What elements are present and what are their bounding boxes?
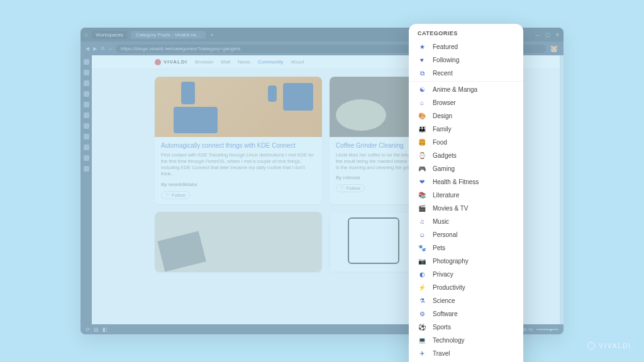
zoom-slider[interactable]: ━━━━●━━ bbox=[536, 327, 558, 332]
category-literature[interactable]: 📚Literature bbox=[409, 189, 523, 202]
category-label: Software bbox=[433, 310, 457, 317]
category-label: Travel bbox=[433, 350, 450, 357]
category-design[interactable]: 🎨Design bbox=[409, 109, 523, 123]
category-family[interactable]: 👪Family bbox=[409, 123, 523, 136]
category-label: Family bbox=[433, 126, 451, 133]
category-software[interactable]: ⚙Software bbox=[409, 307, 523, 321]
category-movies-tv[interactable]: 🎬Movies & TV bbox=[409, 202, 523, 215]
category-miscellaneous[interactable]: ⋯Miscellaneous bbox=[409, 360, 523, 363]
category-photography[interactable]: 📷Photography bbox=[409, 255, 523, 268]
category-gaming[interactable]: 🎮Gaming bbox=[409, 162, 523, 175]
category-icon: ❤ bbox=[418, 177, 426, 186]
category-label: Health & Fitness bbox=[433, 178, 479, 185]
category-sports[interactable]: ⚽Sports bbox=[409, 321, 523, 334]
vivaldi-menu-icon[interactable]: ◇ bbox=[84, 32, 88, 38]
category-recent[interactable]: ⧉Recent bbox=[409, 67, 523, 82]
category-label: Pets bbox=[433, 244, 445, 251]
panel-icon[interactable] bbox=[84, 80, 89, 86]
new-tab-button[interactable]: ＋ bbox=[209, 31, 214, 38]
nav-browser[interactable]: Browser bbox=[195, 59, 213, 65]
category-following[interactable]: ♥Following bbox=[409, 53, 523, 67]
category-productivity[interactable]: ⚡Productivity bbox=[409, 281, 523, 294]
post-author[interactable]: By veselidiktator bbox=[161, 182, 316, 187]
category-personal[interactable]: ☺Personal bbox=[409, 228, 523, 241]
reload-button[interactable]: ⟳ bbox=[101, 46, 105, 52]
category-science[interactable]: ⚗Science bbox=[409, 294, 523, 307]
category-icon: ⌂ bbox=[418, 98, 426, 107]
follow-button[interactable]: ♡ Follow bbox=[336, 184, 365, 192]
panel-icon[interactable] bbox=[84, 123, 89, 129]
category-featured[interactable]: ★Featured bbox=[409, 40, 523, 53]
category-technology[interactable]: 💻Technology bbox=[409, 334, 523, 347]
site-logo[interactable]: VIVALDI bbox=[155, 59, 187, 65]
category-icon: ⚡ bbox=[418, 283, 426, 292]
category-label: Privacy bbox=[433, 271, 453, 278]
panel-icon[interactable] bbox=[84, 102, 89, 107]
category-food[interactable]: 🍔Food bbox=[409, 136, 523, 149]
status-icon[interactable]: ◧ bbox=[103, 327, 108, 332]
category-label: Browser bbox=[433, 99, 456, 106]
nav-news[interactable]: News bbox=[238, 59, 250, 65]
category-icon: ☺ bbox=[418, 230, 426, 239]
status-icon[interactable]: ⟳ bbox=[86, 327, 90, 332]
close-button[interactable]: ✕ bbox=[555, 32, 560, 38]
minimize-button[interactable]: — bbox=[535, 32, 540, 38]
category-label: Following bbox=[433, 57, 459, 63]
home-button[interactable]: ⌂ bbox=[109, 46, 112, 52]
workspaces-button[interactable]: Workspaces bbox=[92, 31, 127, 39]
category-health-fitness[interactable]: ❤Health & Fitness bbox=[409, 175, 523, 189]
category-icon: 👪 bbox=[418, 124, 426, 133]
browser-tab[interactable]: Category Posts - Vivaldi.ne... bbox=[131, 31, 206, 39]
category-icon: ⚽ bbox=[418, 322, 426, 331]
profile-avatar[interactable]: 🐹 bbox=[550, 45, 558, 53]
status-icon[interactable]: ▤ bbox=[94, 327, 99, 332]
category-icon: 📷 bbox=[418, 256, 426, 265]
category-label: Recent bbox=[433, 70, 453, 77]
panel-icon[interactable] bbox=[84, 70, 89, 75]
category-music[interactable]: ♫Music bbox=[409, 215, 523, 228]
nav-community[interactable]: Community bbox=[258, 59, 283, 65]
category-icon: 🎨 bbox=[418, 111, 426, 120]
category-privacy[interactable]: ◐Privacy bbox=[409, 268, 523, 281]
category-label: Photography bbox=[433, 258, 469, 265]
panel-icon[interactable] bbox=[84, 91, 89, 97]
category-icon: 📚 bbox=[418, 190, 426, 199]
nav-mail[interactable]: Mail bbox=[221, 59, 230, 65]
category-gadgets[interactable]: ⌚Gadgets bbox=[409, 149, 523, 162]
category-label: Sports bbox=[433, 324, 451, 331]
panel-icon[interactable] bbox=[84, 112, 89, 118]
scrollbar[interactable] bbox=[560, 55, 564, 324]
maximize-button[interactable]: ▢ bbox=[545, 32, 550, 38]
post-card[interactable] bbox=[155, 212, 322, 272]
category-icon: 🎮 bbox=[418, 164, 426, 173]
panel-icon[interactable] bbox=[84, 155, 89, 161]
category-label: Anime & Manga bbox=[433, 86, 477, 93]
post-title[interactable]: Automagically connect things with KDE Co… bbox=[161, 142, 316, 150]
panel-icon[interactable] bbox=[84, 59, 89, 65]
site-logo-text: VIVALDI bbox=[164, 59, 187, 65]
category-pets[interactable]: 🐾Pets bbox=[409, 241, 523, 255]
category-label: Gaming bbox=[433, 165, 455, 172]
category-anime-manga[interactable]: ☯Anime & Manga bbox=[409, 83, 523, 96]
category-label: Music bbox=[433, 218, 449, 225]
follow-button[interactable]: ♡ Follow bbox=[161, 191, 190, 199]
categories-header: CATEGORIES bbox=[409, 30, 523, 40]
heart-icon: ♡ bbox=[165, 192, 170, 198]
back-button[interactable]: ◀ bbox=[86, 46, 89, 52]
category-browser[interactable]: ⌂Browser bbox=[409, 96, 523, 109]
forward-button[interactable]: ▶ bbox=[93, 46, 97, 52]
category-icon: 🐾 bbox=[418, 243, 426, 252]
category-travel[interactable]: ✈Travel bbox=[409, 347, 523, 360]
nav-about[interactable]: About bbox=[291, 59, 304, 65]
panel-icon[interactable] bbox=[84, 145, 89, 150]
category-icon: ✈ bbox=[418, 349, 426, 358]
post-card[interactable]: Automagically connect things with KDE Co… bbox=[155, 77, 322, 204]
category-label: Science bbox=[433, 297, 455, 304]
heart-icon: ♡ bbox=[340, 185, 345, 191]
panel-icon[interactable] bbox=[84, 166, 89, 172]
category-label: Technology bbox=[433, 337, 465, 344]
category-label: Design bbox=[433, 112, 452, 119]
category-icon: ⚙ bbox=[418, 309, 426, 318]
panel-icon[interactable] bbox=[84, 134, 89, 140]
category-label: Personal bbox=[433, 231, 457, 238]
